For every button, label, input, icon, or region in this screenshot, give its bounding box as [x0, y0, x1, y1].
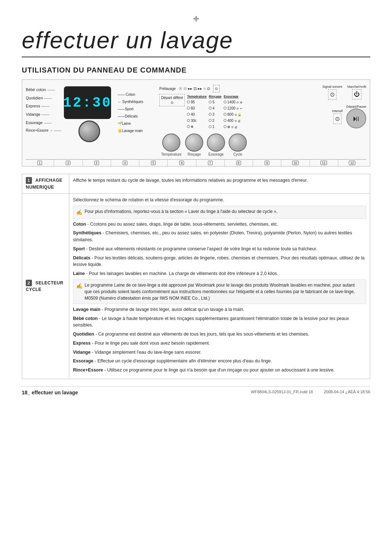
compass-icon: ✛	[193, 15, 199, 23]
coton-label: ——	[118, 91, 125, 98]
content-selecteur: Sélectionnez le schéma de rotation et la…	[69, 193, 370, 379]
section-heading: UTILISATION DU PANNEAU DE COMMANDE	[22, 66, 370, 74]
right-panel: Signal sonore ⊙ Marche/Arrêt ⏻ Int	[308, 83, 366, 156]
selector-knob[interactable]	[78, 120, 100, 142]
rincage-knob[interactable]	[185, 134, 203, 152]
row-numbers: 1 2 3 4 5 6 7 8 9 10 11 12	[26, 159, 366, 166]
row-num-9: 9	[253, 160, 281, 166]
table-row-affichage: 1 AFFICHAGENUMERIQUE Affiche le temps re…	[22, 174, 370, 194]
rincage-knob-wrap: Rinçage	[185, 134, 203, 156]
rincage-options: Rinçage 5 4 3 2 1	[209, 94, 221, 130]
label-bebe-coton: Bébé coton	[26, 86, 64, 93]
row-num-7: 7	[196, 160, 225, 166]
row-num-1: 1	[26, 160, 54, 166]
content-affichage: Affiche le temps restant du cycle de lav…	[69, 174, 370, 194]
mid-program-labels: —— Coton ← Synthétiques ——Sport ——Délica…	[118, 83, 158, 156]
table-row-selecteur: 2 SELECTEURCYCLE Sélectionnez le schéma …	[22, 193, 370, 379]
row-num-11: 11	[310, 160, 338, 166]
prewash-button[interactable]: ⊙	[213, 85, 220, 93]
row-num-6: 6	[168, 160, 196, 166]
depart-pause-label: Départ/Pause	[346, 105, 366, 108]
note-icon-1: ✍	[76, 209, 82, 216]
footer: 18_ effectuer un lavage WF8804LS-02591J-…	[22, 386, 370, 395]
page-title: effectuer un lavage	[22, 27, 370, 57]
row-num-10: 10	[281, 160, 310, 166]
temperature-knob[interactable]	[162, 134, 180, 152]
label-essorage: Essorage	[26, 119, 64, 126]
page: ✛ effectuer un lavage UTILISATION DU PAN…	[0, 0, 392, 538]
marche-label: Marche/Arrêt	[347, 85, 366, 89]
info-table: 1 AFFICHAGENUMERIQUE Affiche le temps re…	[22, 174, 370, 379]
row-num-3: 3	[83, 160, 111, 166]
marche-button[interactable]: ⏻	[352, 89, 362, 99]
cycle-knob-wrap: Cycle	[229, 134, 247, 156]
center-controls: Prélavage ☉ ☉ ▸▸ ⊡ ▸▸ ○ ⊙ ⊙ Départ diffé…	[158, 83, 308, 156]
depart-differe-button[interactable]: Départ différé ⊙	[159, 94, 185, 106]
prewash-label: Prélavage	[159, 87, 176, 91]
label-express: Express	[26, 103, 64, 110]
footer-file: WF8804LS-02591J-01_FR.indd 18	[251, 390, 313, 395]
panel-diagram: Bébé coton Quotidien Express Vidange Ess…	[22, 79, 370, 167]
label-affichage: 1 AFFICHAGENUMERIQUE	[22, 174, 69, 194]
row-num-5: 5	[139, 160, 168, 166]
temperature-knob-wrap: Température	[161, 134, 181, 156]
page-number: 18_ effectuer un lavage	[22, 390, 78, 395]
essorage-knob-wrap: Essorage	[207, 134, 225, 156]
label-selecteur: 2 SELECTEURCYCLE	[22, 193, 69, 379]
row-num-2: 2	[54, 160, 82, 166]
left-program-labels: Bébé coton Quotidien Express Vidange Ess…	[26, 83, 64, 156]
note-icon-2: ✍	[76, 282, 82, 301]
display-time: 12:30	[63, 95, 112, 111]
row-num-4: 4	[111, 160, 139, 166]
intensif-button[interactable]: ⊙	[333, 114, 342, 124]
row-num-12: 12	[338, 160, 366, 166]
label-vidange: Vidange	[26, 111, 64, 118]
essorage-options: Essorage 1400 ⊙ ⊛ 1200 ⊙ ✂ 800 ⊙ 🔒 400 ⊙…	[224, 94, 242, 130]
note-box-1: ✍ Pour plus d'informations, reportez-vou…	[73, 206, 366, 219]
signal-button[interactable]: ⊙	[328, 89, 336, 100]
note-box-2: ✍ Le programme Laine de ce lave-linge a …	[73, 279, 366, 304]
essorage-knob[interactable]	[207, 134, 225, 152]
label-rince-essore: Rince+Essore →	[26, 127, 64, 134]
footer-date: 2008-04-14 ¿ÀÈÂ 4:18:56	[324, 390, 370, 395]
control-knobs: Température Rinçage Essorage Cycle	[161, 134, 247, 156]
temperature-options: Température 95 60 40 30c ❄	[187, 94, 207, 130]
row-num-8: 8	[225, 160, 253, 166]
label-quotidien: Quotidien	[26, 95, 64, 102]
cycle-knob[interactable]	[229, 134, 247, 152]
display-panel: 12:30	[64, 86, 111, 119]
depart-pause-button[interactable]: ⏯	[346, 108, 366, 128]
signal-label: Signal sonore	[322, 85, 342, 89]
intensif-label: Intensif	[332, 109, 343, 113]
